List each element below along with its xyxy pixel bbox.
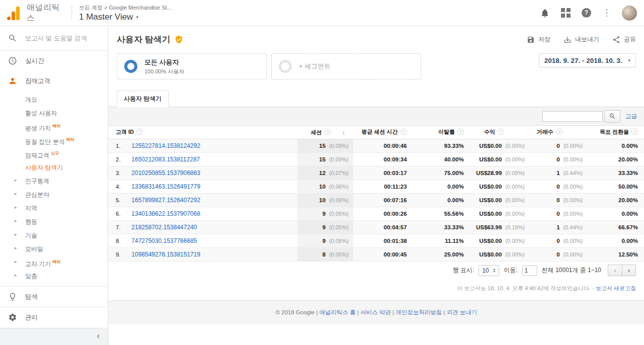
sidebar-subitem[interactable]: 사용자 탐색기: [0, 160, 108, 174]
notifications-bell-icon[interactable]: [540, 8, 550, 18]
goal-conversion-rate-cell: 20.00%: [588, 193, 644, 207]
bounce-rate-cell: 75.00%: [413, 166, 470, 180]
refresh-report-link[interactable]: 보고서 새로고침: [596, 285, 636, 291]
client-id-link[interactable]: 1255227814.1538124292: [131, 142, 200, 149]
revenue-pct: (0.09%): [505, 170, 527, 176]
help-icon[interactable]: ?: [582, 8, 591, 18]
help-icon[interactable]: ?: [400, 128, 407, 135]
column-header-bounce-rate[interactable]: 이탈률?: [413, 126, 470, 139]
export-button[interactable]: 내보내기: [564, 35, 599, 44]
help-icon[interactable]: ?: [136, 128, 143, 135]
client-id-link[interactable]: 218258702.1538447240: [131, 224, 197, 231]
sidebar-subitem[interactable]: ▸모바일: [0, 241, 108, 255]
client-id-link[interactable]: 1098549276.1538151719: [131, 251, 200, 258]
add-segment-button[interactable]: + 세그먼트: [271, 53, 421, 79]
column-header-transactions[interactable]: 거래수?: [529, 126, 587, 139]
sidebar-subitem[interactable]: ▸지역: [0, 201, 108, 214]
client-id-link[interactable]: 747275030.1537766685: [131, 237, 197, 244]
sort-descending-icon[interactable]: ↓: [342, 128, 346, 136]
sidebar-subitem[interactable]: ▸인구통계: [0, 174, 108, 187]
expand-arrow-icon: ▸: [15, 174, 17, 187]
tab-bar: 사용자 탐색기: [109, 91, 644, 107]
footer-link[interactable]: 의견 보내기: [447, 309, 477, 315]
sidebar-subitem[interactable]: 평생 가치베타: [0, 119, 108, 133]
sidebar-subitem[interactable]: 잠재고객신규: [0, 146, 108, 160]
revenue-cell: US$0.00(0.00%): [470, 234, 529, 247]
sessions-cell: 9(0.05%): [297, 220, 353, 234]
sidebar-subitem[interactable]: ▸맞춤: [0, 269, 108, 282]
transactions-cell: 0(0.00%): [529, 193, 587, 207]
transactions-cell: 0(0.00%): [529, 180, 587, 193]
column-header-revenue[interactable]: 수익?: [470, 126, 529, 139]
sessions-cell: 9(0.05%): [297, 207, 353, 220]
column-header-goal-conversion-rate[interactable]: 목표 전환율?: [588, 126, 644, 139]
help-icon[interactable]: ?: [457, 128, 464, 135]
share-icon: [612, 36, 620, 44]
save-button[interactable]: 저장: [527, 35, 550, 44]
help-icon[interactable]: ?: [498, 128, 504, 135]
revenue-value: US$0.00: [479, 238, 502, 244]
report-generated-text: 이 보고서는 18. 10. 4. 오후 4:40:42에 작성되었습니다. -: [457, 285, 594, 291]
column-header-sessions[interactable]: 세션?↓: [297, 126, 353, 139]
tab-user-explorer[interactable]: 사용자 탐색기: [117, 91, 169, 107]
home-button[interactable]: 애널리틱스: [0, 3, 66, 24]
analytics-logo-icon: [7, 6, 20, 20]
table-row: 4.1336831463.152649177910(0.06%)00:11:23…: [109, 180, 644, 193]
sidebar-subitem[interactable]: 활성 사용자: [0, 106, 108, 119]
column-header-client-id[interactable]: 고객 ID?: [109, 126, 297, 139]
client-id-link[interactable]: 1657899827.1526407292: [131, 197, 200, 204]
transactions-value: 0: [556, 197, 559, 203]
sidebar-subitem[interactable]: ▸행동: [0, 214, 108, 228]
client-id-link[interactable]: 1336831463.1526491779: [131, 183, 200, 190]
sidebar-subitem-label: 인구통계: [25, 178, 49, 185]
footer-link[interactable]: 개인정보처리방침: [395, 309, 442, 315]
search-input[interactable]: [25, 35, 101, 42]
table-search-button[interactable]: [604, 110, 620, 123]
sidebar-item-audience[interactable]: 잠재고객: [0, 71, 108, 91]
sidebar-subitem[interactable]: ▸기술: [0, 228, 108, 241]
client-id-link[interactable]: 1650212083.1538112287: [131, 156, 200, 163]
breadcrumb[interactable]: 모든 계정 > Google Merchandise St...: [79, 4, 172, 12]
table-search-input[interactable]: [542, 111, 603, 122]
column-header-avg-session-duration[interactable]: 평균 세션 시간?: [353, 126, 413, 139]
sidebar-item-label: 관리: [25, 313, 38, 322]
help-icon[interactable]: ?: [631, 128, 638, 135]
sidebar-item-admin[interactable]: 관리: [0, 307, 108, 327]
avatar[interactable]: [622, 6, 637, 21]
goto-page-input[interactable]: [522, 266, 537, 276]
segment-all-users[interactable]: 모든 사용자 100.00% 사용자: [117, 53, 267, 79]
sidebar-search[interactable]: [0, 26, 108, 50]
sidebar-collapse-button[interactable]: ‹: [0, 328, 108, 345]
help-icon[interactable]: ?: [325, 129, 331, 135]
footer-link[interactable]: 애널리틱스 홈: [319, 309, 356, 315]
sidebar-subitem[interactable]: 동질 집단 분석베타: [0, 133, 108, 146]
apps-grid-icon[interactable]: [561, 8, 571, 18]
transactions-value: 0: [556, 211, 559, 217]
advanced-search-link[interactable]: 고급: [625, 113, 637, 120]
rows-per-page-select[interactable]: 10 ▲▼: [478, 265, 499, 276]
column-label: 이탈률: [438, 129, 455, 135]
client-id-link[interactable]: 1340138622.1537907068: [131, 210, 200, 217]
view-selector[interactable]: 1 Master View ▾: [79, 12, 172, 22]
sidebar-subitem[interactable]: ▸관심분야: [0, 187, 108, 201]
client-id-link[interactable]: 2010250855.1537906863: [131, 169, 200, 177]
expand-arrow-icon: ▸: [15, 255, 17, 269]
sidebar-subitem[interactable]: 개요: [0, 92, 108, 106]
next-page-button[interactable]: ›: [622, 265, 636, 276]
sidebar-subitem-label: 모바일: [25, 245, 43, 252]
share-button[interactable]: 공유: [612, 35, 636, 44]
revenue-value: US$63.99: [476, 224, 502, 230]
date-range-selector[interactable]: 2018. 9. 27. - 2018. 10. 3. ▾: [539, 53, 636, 67]
sidebar-subitem[interactable]: ▸교차 기기베타: [0, 255, 108, 269]
expand-arrow-icon: ▸: [15, 228, 17, 241]
footer-link[interactable]: 서비스 약관: [360, 309, 391, 315]
more-menu-icon[interactable]: ⋮: [602, 9, 611, 17]
table-header-row: 고객 ID? 세션?↓ 평균 세션 시간? 이탈률? 수익? 거래수? 목표 전…: [109, 126, 644, 139]
revenue-cell: US$0.00(0.00%): [470, 152, 529, 166]
prev-page-button[interactable]: ‹: [608, 265, 622, 276]
revenue-value: US$0.00: [479, 211, 502, 217]
sidebar-item-realtime[interactable]: 실시간: [0, 51, 108, 71]
goal-conversion-rate-cell: 0.00%: [588, 139, 644, 152]
help-icon[interactable]: ?: [556, 128, 562, 135]
sidebar-item-discover[interactable]: 탐색: [0, 287, 108, 307]
